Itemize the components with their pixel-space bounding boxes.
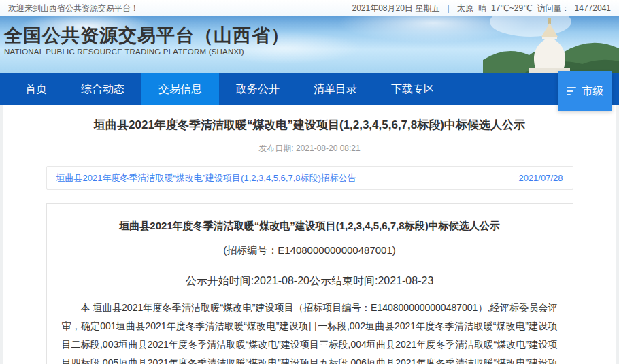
document-title: 垣曲县2021年度冬季清洁取暖“煤改电”建设项目(1,2,3,4,5,6,7,8…: [62, 220, 558, 233]
top-utility-bar: 欢迎来到山西省公共资源交易平台！ 2021年08月20日 星期五 ｜ 太原 晴 …: [0, 0, 619, 16]
weather-text: 晴: [478, 3, 486, 14]
publish-date-line: 发布日期: 2021-08-20 08:21: [3, 143, 616, 154]
publish-date-value: 2021-08-20 08:21: [296, 144, 361, 153]
related-link-row: 垣曲县2021年度冬季清洁取暖“煤改电”建设项目(1,2,3,4,5,6,7,8…: [46, 166, 573, 190]
page-root: 欢迎来到山西省公共资源交易平台！ 2021年08月20日 星期五 ｜ 太原 晴 …: [0, 0, 619, 364]
site-subtitle: NATIONAL PUBLIC RESOURCE TRADING PLATFOR…: [4, 48, 290, 56]
main-nav: 首页 综合动态 交易信息 政务公开 清单目录 下载专区 市级: [0, 73, 619, 105]
nav-item-downloads[interactable]: 下载专区: [374, 73, 452, 105]
divider: ｜: [444, 3, 452, 14]
filter-lines-icon: [567, 87, 576, 95]
page-title: 垣曲县2021年度冬季清洁取暖“煤改电”建设项目(1,2,3,4,5,6,7,8…: [31, 117, 588, 133]
visits-label: 访问量：: [537, 3, 570, 14]
content-area: 垣曲县2021年度冬季清洁取暖“煤改电”建设项目(1,2,3,4,5,6,7,8…: [3, 105, 616, 364]
visits-count: 14772041: [575, 3, 611, 13]
nav-item-news[interactable]: 综合动态: [64, 73, 141, 105]
publish-date-label: 发布日期:: [258, 144, 296, 153]
nav-item-home[interactable]: 首页: [8, 73, 64, 105]
document-tender-code: (招标编号：E1408000000000487001): [62, 244, 558, 257]
document-body-paragraph: 本 垣曲县2021年度冬季清洁取暖“煤改电”建设项目（招标项目编号：E14080…: [62, 299, 558, 364]
temperature-text: 17℃~29℃: [491, 3, 533, 13]
city-name: 太原: [457, 3, 473, 14]
related-announcement-date: 2021/07/28: [518, 173, 563, 183]
site-branding: 全国公共资源交易平台（山西省） NATIONAL PUBLIC RESOURCE…: [4, 24, 290, 56]
document-card: 垣曲县2021年度冬季清洁取暖“煤改电”建设项目(1,2,3,4,5,6,7,8…: [46, 203, 573, 364]
topbar-info: 2021年08月20日 星期五 ｜ 太原 晴 17℃~29℃ 访问量： 1477…: [352, 3, 611, 14]
nav-item-list-catalog[interactable]: 清单目录: [297, 73, 374, 105]
site-banner: 全国公共资源交易平台（山西省） NATIONAL PUBLIC RESOURCE…: [0, 16, 619, 73]
nav-item-trade-info[interactable]: 交易信息: [141, 73, 219, 105]
welcome-text: 欢迎来到山西省公共资源交易平台！: [8, 3, 139, 14]
current-date: 2021年08月20日 星期五: [352, 3, 439, 14]
site-title: 全国公共资源交易平台（山西省）: [4, 24, 290, 46]
city-level-button[interactable]: 市级: [558, 71, 612, 111]
document-publicity-period: 公示开始时间:2021-08-20公示结束时间:2021-08-23: [62, 274, 558, 288]
pagoda-illustration: [483, 16, 619, 73]
nav-item-gov-open[interactable]: 政务公开: [219, 73, 297, 105]
city-level-label: 市级: [582, 84, 604, 99]
related-announcement-link[interactable]: 垣曲县2021年度冬季清洁取暖“煤改电”建设项目(1,2,3,4,5,6,7,8…: [56, 172, 356, 184]
